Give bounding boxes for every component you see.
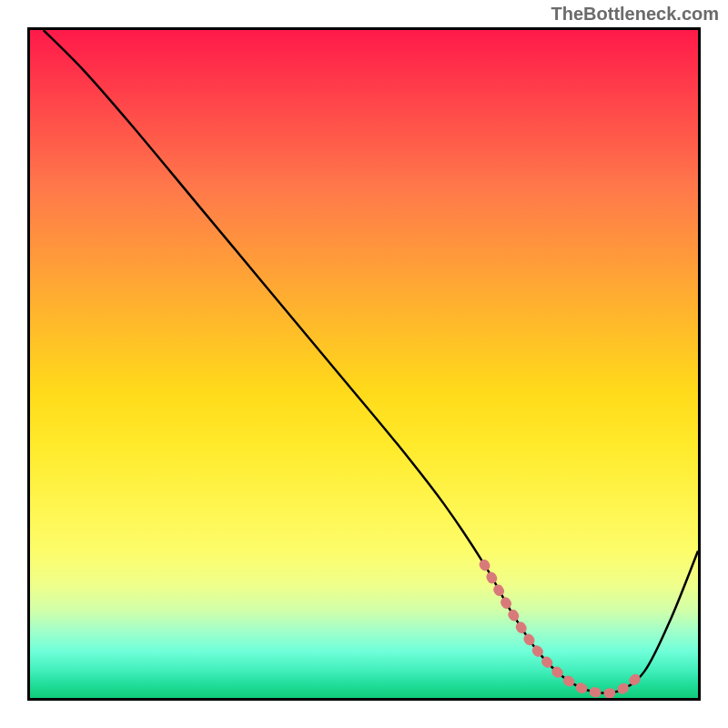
highlight-region — [30, 30, 698, 698]
chart-container — [27, 27, 701, 701]
watermark-text: TheBottleneck.com — [551, 4, 719, 25]
